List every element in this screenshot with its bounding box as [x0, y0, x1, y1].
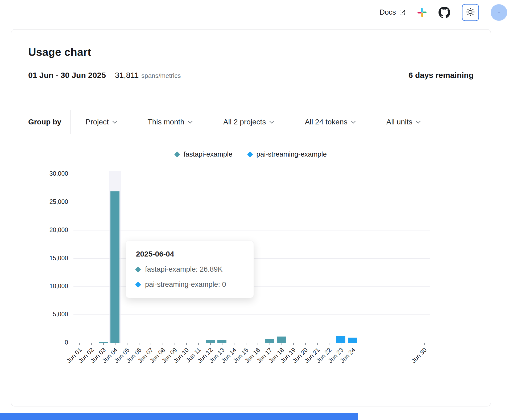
filter-row: Group by Project This month All 2 projec…: [28, 110, 474, 134]
x-axis-tick: [222, 343, 222, 345]
page-title: Usage chart: [28, 46, 474, 58]
x-axis-tick: [175, 343, 175, 345]
bar-jun-04: [110, 191, 119, 343]
external-link-icon: [399, 9, 406, 16]
bar-jun-17: [265, 339, 274, 343]
units-filter-dropdown[interactable]: All units: [386, 118, 420, 126]
projects-filter-dropdown[interactable]: All 2 projects: [223, 118, 273, 126]
x-axis-tick: [234, 343, 234, 345]
y-axis-label: 15,000: [28, 255, 68, 262]
group-by-project-dropdown[interactable]: Project: [85, 118, 116, 126]
x-axis-tick: [79, 343, 80, 345]
tooltip-diamond-icon: [135, 282, 141, 288]
date-range: 01 Jun - 30 Jun 2025: [28, 71, 106, 80]
slack-icon[interactable]: [417, 8, 427, 17]
legend-diamond-icon: [174, 151, 180, 157]
x-axis-tick: [329, 343, 329, 345]
x-axis-tick: [151, 343, 151, 345]
legend-item-fastapi[interactable]: fastapi-example: [175, 150, 233, 158]
bar-jun-23: [336, 336, 345, 343]
x-axis-tick: [317, 343, 318, 345]
x-axis-tick: [293, 343, 294, 345]
tooltip-row-text: pai-streaming-example: 0: [145, 280, 226, 289]
sun-icon: [466, 7, 475, 18]
x-axis-tick: [246, 343, 246, 345]
usage-count: 31,811: [115, 71, 139, 80]
x-axis-tick: [353, 343, 353, 345]
github-icon[interactable]: [439, 7, 450, 18]
group-by-label: Group by: [28, 118, 61, 126]
theme-toggle-button[interactable]: [462, 4, 479, 21]
gridline: [73, 230, 430, 230]
x-axis-tick: [127, 343, 127, 345]
tooltip-row-text: fastapi-example: 26.89K: [145, 265, 222, 274]
dropdown-label: All 2 projects: [223, 118, 266, 126]
x-axis-tick: [424, 343, 425, 345]
tooltip-diamond-icon: [135, 266, 141, 272]
section-divider: [28, 97, 474, 97]
x-axis-tick: [282, 343, 282, 345]
filter-separator: [70, 110, 71, 134]
avatar[interactable]: -: [491, 4, 507, 21]
chevron-down-icon: [270, 119, 274, 124]
tokens-filter-dropdown[interactable]: All 24 tokens: [305, 118, 355, 126]
dropdown-label: All 24 tokens: [305, 118, 347, 126]
tooltip-date: 2025-06-04: [136, 250, 243, 258]
chart-legend: fastapi-example pai-streaming-example: [28, 150, 474, 158]
x-axis-tick: [91, 343, 92, 345]
x-axis-tick: [270, 343, 270, 345]
bar-jun-03: [99, 342, 108, 343]
dropdown-label: This month: [148, 118, 185, 126]
dropdown-label: All units: [386, 118, 412, 126]
x-axis-tick: [186, 343, 187, 345]
x-axis-tick: [305, 343, 306, 345]
x-axis-tick: [115, 343, 115, 345]
chart-plot[interactable]: 2025-06-04 fastapi-example: 26.89K pai-s…: [28, 163, 474, 379]
chevron-down-icon: [112, 119, 117, 124]
gridline: [73, 314, 430, 315]
usage-unit: spans/metrics: [141, 72, 181, 79]
bar-jun-24: [348, 338, 357, 343]
y-axis-label: 10,000: [28, 283, 68, 290]
legend-label: fastapi-example: [184, 150, 233, 158]
x-axis-tick: [103, 343, 104, 345]
y-axis-label: 5,000: [28, 311, 68, 318]
x-axis-tick: [341, 343, 341, 345]
chart-tooltip: 2025-06-04 fastapi-example: 26.89K pai-s…: [126, 241, 254, 298]
x-axis-tick: [139, 343, 139, 345]
legend-label: pai-streaming-example: [257, 150, 327, 158]
dropdown-label: Project: [85, 118, 109, 126]
x-axis-tick: [198, 343, 199, 345]
x-axis-label-text: Jun 30: [410, 346, 428, 364]
avatar-label: -: [498, 8, 500, 17]
usage-meta-row: 01 Jun - 30 Jun 2025 31,811 spans/metric…: [28, 71, 474, 80]
docs-link[interactable]: Docs: [379, 8, 406, 16]
bar-jun-13: [217, 340, 226, 343]
docs-link-label: Docs: [379, 8, 396, 16]
chevron-down-icon: [416, 119, 420, 124]
gridline: [73, 174, 430, 174]
y-axis-label: 0: [28, 339, 68, 346]
y-axis-label: 25,000: [28, 198, 68, 205]
gridline: [73, 202, 430, 202]
legend-item-pai-streaming[interactable]: pai-streaming-example: [248, 150, 327, 158]
usage-chart-card: Usage chart 01 Jun - 30 Jun 2025 31,811 …: [11, 29, 491, 406]
chevron-down-icon: [188, 119, 193, 124]
chevron-down-icon: [351, 119, 355, 124]
bar-jun-12: [206, 340, 215, 343]
x-axis-tick: [163, 343, 163, 345]
bar-jun-18: [277, 337, 286, 343]
x-axis-tick: [210, 343, 211, 345]
y-axis-label: 30,000: [28, 170, 68, 177]
legend-diamond-icon: [247, 151, 253, 157]
x-axis-tick: [258, 343, 258, 345]
days-remaining: 6 days remaining: [408, 71, 474, 80]
topbar: Docs: [0, 0, 521, 25]
tooltip-row-fastapi: fastapi-example: 26.89K: [136, 265, 243, 274]
time-range-dropdown[interactable]: This month: [148, 118, 192, 126]
y-axis-label: 20,000: [28, 226, 68, 234]
bottom-accent-bar: [0, 413, 358, 420]
tooltip-row-pai-streaming: pai-streaming-example: 0: [136, 280, 243, 289]
